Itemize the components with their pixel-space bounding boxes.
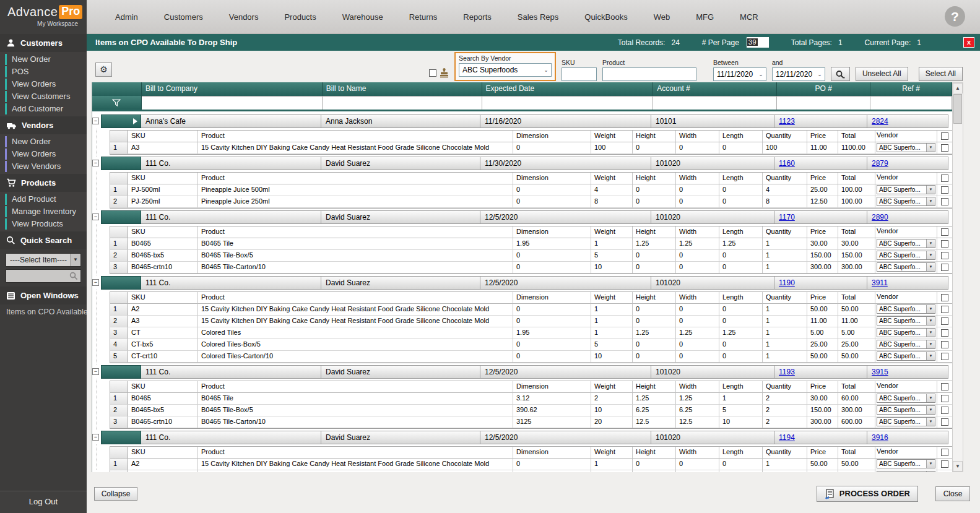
sidebar-item-view-customers[interactable]: View Customers [0,90,87,103]
select-all-rows-checkbox[interactable] [941,175,948,182]
product-filter-input[interactable] [602,67,696,81]
approved-checkbox[interactable] [429,69,436,77]
process-order-button[interactable]: PROCESS ORDER [817,486,918,502]
group-bill-to-company[interactable]: 111 Co. [141,365,321,379]
po-link[interactable]: 1170 [779,213,795,222]
gear-icon[interactable]: ⚙ [95,63,112,77]
chevron-down-icon[interactable]: ▼ [926,197,935,205]
nav-item-reports[interactable]: Reports [450,12,505,22]
filter-input-date[interactable] [482,96,654,110]
group-row[interactable]: −111 Co.David Suarez12/5/202010102011903… [92,276,952,290]
select-all-button[interactable]: Select All [919,67,963,81]
sidebar-section-products[interactable]: Products [0,174,87,192]
ref-link[interactable]: 2890 [872,213,888,222]
scrollbar-track[interactable] [953,124,963,461]
vendor-select[interactable]: ABC Superfo...▼ [877,417,935,426]
group-selector-cell[interactable] [101,276,141,290]
chevron-down-icon[interactable]: ▼ [926,251,935,259]
row-checkbox[interactable] [941,317,948,325]
nav-item-vendors[interactable]: Vendors [216,12,272,22]
nav-item-mfg[interactable]: MFG [683,12,727,22]
header-bill-to-name[interactable]: Bill to Name [323,82,482,96]
row-checkbox[interactable] [941,353,948,360]
run-search-button[interactable] [831,67,850,81]
group-expected-date[interactable]: 11/30/2020 [480,157,651,170]
scroll-up-icon[interactable]: ▲ [953,83,963,93]
nav-item-warehouse[interactable]: Warehouse [329,12,396,22]
vendor-select[interactable]: ABC Superfo...▼ [877,239,935,248]
group-selector-cell[interactable] [101,210,141,224]
chevron-down-icon[interactable]: ▼ [926,144,935,152]
chevron-down-icon[interactable]: ▼ [926,406,935,414]
collapse-button[interactable]: Collapse [94,487,137,501]
group-account-number[interactable]: 101020 [651,210,774,224]
row-checkbox[interactable] [941,341,948,348]
open-window-item[interactable]: Items on CPO Available [0,304,87,319]
ref-link[interactable]: 2879 [872,159,888,168]
row-checkbox[interactable] [941,306,948,313]
po-link[interactable]: 1194 [779,433,795,442]
group-selector-cell[interactable] [101,365,141,379]
filter-input-account[interactable] [653,96,777,110]
filter-input-ref[interactable] [870,96,952,110]
sidebar-item-manage-inventory[interactable]: Manage Inventory [0,205,87,218]
group-bill-to-name[interactable]: David Suarez [321,276,480,290]
quick-search-input[interactable] [6,269,81,283]
collapse-group-icon[interactable]: − [92,118,99,124]
group-expected-date[interactable]: 12/5/2020 [480,210,651,224]
select-all-rows-checkbox[interactable] [941,383,948,390]
vendor-select[interactable]: ABC Superfo...▼ [877,340,935,349]
collapse-group-icon[interactable]: − [92,434,99,441]
row-checkbox[interactable] [941,395,948,402]
group-bill-to-name[interactable]: Anna Jackson [321,114,480,128]
sku-filter-input[interactable] [562,67,597,81]
filter-input-company[interactable] [142,96,323,110]
select-all-rows-checkbox[interactable] [941,228,948,236]
chevron-down-icon[interactable]: ▼ [926,263,935,271]
vendor-select[interactable]: ABC Superfo...▼ [877,351,935,361]
group-selector-cell[interactable] [101,157,141,170]
group-bill-to-name[interactable]: David Suarez [321,431,480,444]
group-selector-cell[interactable] [101,114,141,128]
select-all-rows-checkbox[interactable] [941,294,948,301]
vendor-select[interactable]: ABC Superfo...▼ [877,405,935,415]
nav-item-products[interactable]: Products [271,12,329,22]
row-checkbox[interactable] [941,264,948,271]
chevron-down-icon[interactable]: ▼ [926,394,935,402]
chevron-down-icon[interactable]: ▼ [70,254,80,266]
header-ref[interactable]: Ref # [870,82,952,96]
vertical-scrollbar[interactable]: ▲ ▼ [952,82,963,472]
row-checkbox[interactable] [941,186,948,194]
unselect-all-button[interactable]: Unselect All [856,67,908,81]
po-link[interactable]: 1160 [779,159,795,168]
group-account-number[interactable]: 10101 [651,114,774,128]
nav-item-sales-reps[interactable]: Sales Reps [505,12,571,22]
quick-search-select[interactable]: ----Select Item---- ▼ [6,253,81,267]
ref-link[interactable]: 3916 [872,433,888,442]
sidebar-item-new-order[interactable]: New Order [0,136,87,148]
group-account-number[interactable]: 101020 [651,276,774,290]
nav-item-web[interactable]: Web [641,12,683,22]
po-link[interactable]: 1123 [779,117,795,126]
group-expected-date[interactable]: 11/16/2020 [480,114,651,128]
group-row[interactable]: −Anna's CafeAnna Jackson11/16/2020101011… [92,114,952,128]
header-bill-to-company[interactable]: Bill to Company [142,82,323,96]
select-all-rows-checkbox[interactable] [941,132,948,140]
vendor-select[interactable]: ABC Superfo...▼ [877,316,935,325]
sidebar-item-add-product[interactable]: Add Product [0,193,87,205]
chevron-down-icon[interactable]: ▼ [926,352,935,360]
group-row[interactable]: −111 Co.David Suarez11/30/20201010201160… [92,157,952,170]
nav-item-mcr[interactable]: MCR [727,12,771,22]
scrollbar-thumb[interactable] [953,94,962,124]
row-checkbox[interactable] [941,329,948,337]
date-from-select[interactable]: 11/11/2020 ⌄ [713,67,766,81]
per-page-input[interactable]: 39 [747,37,769,48]
ref-link[interactable]: 2824 [872,117,888,126]
collapse-group-icon[interactable]: − [92,279,99,286]
chevron-down-icon[interactable]: ▼ [926,340,935,348]
header-account[interactable]: Account # [653,82,777,96]
group-expected-date[interactable]: 12/5/2020 [480,431,651,444]
vendor-select[interactable]: ABC Superfo...▼ [877,304,935,314]
vendor-select[interactable]: ABC Superfo...▼ [877,143,935,152]
select-all-rows-checkbox[interactable] [941,449,948,456]
